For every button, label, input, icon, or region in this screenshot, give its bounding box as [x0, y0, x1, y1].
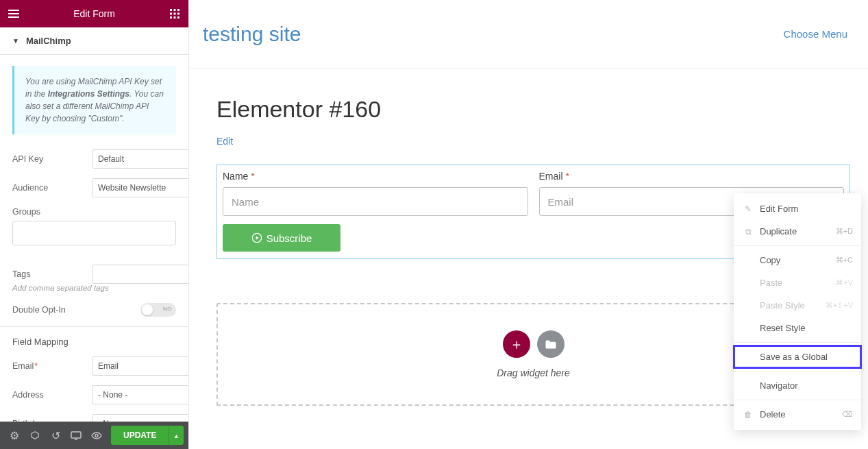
double-optin-toggle[interactable]: NO [140, 303, 176, 317]
ctx-separator [734, 245, 861, 246]
history-icon[interactable]: ↺ [45, 425, 66, 446]
ctx-paste-shortcut: ⌘+V [836, 278, 853, 287]
control-groups: Groups [12, 207, 176, 255]
fm-email-label: Email [12, 361, 92, 371]
name-label: Name* [223, 171, 528, 182]
subscribe-label: Subscribe [266, 232, 312, 244]
template-library-button[interactable] [537, 330, 565, 358]
svg-rect-5 [177, 13, 179, 15]
name-label-text: Name [223, 171, 248, 182]
audience-select[interactable] [92, 178, 188, 197]
revisions-icon[interactable] [25, 425, 45, 446]
svg-rect-2 [177, 9, 179, 11]
control-fm-email: Email [12, 356, 176, 376]
groups-input[interactable] [12, 221, 176, 245]
dropzone-text: Drag widget here [497, 367, 570, 378]
ctx-copy-label: Copy [760, 255, 780, 265]
fm-birthday-select-value[interactable] [92, 414, 188, 422]
ctx-duplicate[interactable]: ⧉ Duplicate ⌘+D [734, 220, 861, 243]
email-label-text: Email [539, 171, 563, 182]
svg-rect-9 [71, 432, 81, 438]
duplicate-icon: ⧉ [742, 227, 754, 236]
ctx-paste: Paste ⌘+V [734, 271, 861, 294]
ctx-edit-form[interactable]: ✎ Edit Form [734, 197, 861, 220]
caret-down-icon: ▼ [12, 37, 19, 45]
trash-icon: 🗑 [742, 410, 754, 420]
menu-icon[interactable] [7, 7, 21, 21]
context-menu: ✎ Edit Form ⧉ Duplicate ⌘+D Copy ⌘+C Pas… [734, 193, 861, 430]
widgets-grid-icon[interactable] [168, 7, 182, 21]
sidebar-header: Edit Form [0, 0, 188, 27]
svg-rect-0 [170, 9, 172, 11]
update-button[interactable]: UPDATE [111, 426, 169, 445]
control-tags: Tags [12, 265, 176, 284]
preview-icon[interactable] [86, 425, 107, 446]
ctx-separator [734, 342, 861, 343]
api-key-label: API Key [12, 154, 92, 164]
section-label: MailChimp [26, 36, 71, 46]
section-header-mailchimp[interactable]: ▼ MailChimp [0, 27, 188, 55]
required-asterisk: * [251, 171, 254, 182]
editor-sidebar: Edit Form ▼ MailChimp You are using Mail… [0, 0, 189, 449]
tags-input[interactable] [92, 265, 188, 284]
fm-address-select[interactable] [92, 385, 188, 404]
email-label: Email* [539, 171, 845, 182]
control-api-key: API Key [12, 149, 176, 169]
info-notice: You are using MailChimp API Key set in t… [12, 66, 176, 134]
pencil-icon: ✎ [742, 204, 754, 214]
svg-rect-6 [170, 16, 172, 19]
sidebar-title: Edit Form [73, 8, 115, 19]
ctx-paste-label: Paste [760, 278, 782, 288]
ctx-reset-style[interactable]: Reset Style [734, 317, 861, 339]
page-title: Elementor #160 [216, 96, 841, 123]
ctx-duplicate-label: Duplicate [760, 226, 797, 236]
audience-select-value[interactable] [92, 178, 188, 197]
svg-point-10 [95, 434, 98, 437]
info-text-bold: Integrations Settings [48, 89, 129, 99]
audience-label: Audience [12, 183, 92, 193]
fm-email-select[interactable] [92, 356, 188, 376]
ctx-save-global-label: Save as a Global [760, 352, 828, 362]
responsive-icon[interactable] [66, 425, 86, 446]
ctx-navigator[interactable]: Navigator [734, 374, 861, 397]
divider [0, 326, 188, 327]
ctx-delete[interactable]: 🗑 Delete ⌫ [734, 403, 861, 426]
ctx-reset-style-label: Reset Style [760, 323, 805, 333]
ctx-separator [734, 400, 861, 400]
ctx-delete-label: Delete [760, 409, 786, 420]
settings-icon[interactable]: ⚙ [4, 425, 25, 446]
sidebar-footer: ⚙ ↺ UPDATE ▴ [0, 422, 188, 449]
control-double-optin: Double Opt-In NO [12, 303, 176, 317]
field-mapping-heading: Field Mapping [12, 337, 176, 347]
send-icon [251, 232, 262, 243]
name-input[interactable] [223, 187, 528, 216]
api-key-select-value[interactable] [92, 149, 188, 169]
section-controls: You are using MailChimp API Key set in t… [0, 55, 188, 422]
control-fm-address: Address [12, 385, 176, 404]
field-name: Name* [217, 165, 534, 224]
fm-birthday-select[interactable] [92, 414, 188, 422]
subscribe-button[interactable]: Subscribe [223, 224, 340, 252]
ctx-copy[interactable]: Copy ⌘+C [734, 249, 861, 271]
ctx-paste-style-shortcut: ⌘+⇧+V [826, 301, 853, 310]
ctx-separator [734, 371, 861, 372]
fm-email-select-value[interactable] [92, 356, 188, 376]
ctx-duplicate-shortcut: ⌘+D [836, 227, 853, 236]
sidebar-body: ▼ MailChimp You are using MailChimp API … [0, 27, 188, 422]
site-header: testing site Choose Menu [189, 0, 868, 69]
fm-address-label: Address [12, 390, 92, 400]
choose-menu-link[interactable]: Choose Menu [784, 28, 847, 40]
svg-rect-1 [174, 9, 176, 11]
add-section-button[interactable]: ＋ [503, 330, 530, 358]
site-title[interactable]: testing site [203, 23, 301, 46]
api-key-select[interactable] [92, 149, 188, 169]
ctx-save-global[interactable]: Save as a Global [734, 345, 861, 368]
dropzone-buttons: ＋ [503, 330, 565, 358]
fm-address-select-value[interactable] [92, 385, 188, 404]
ctx-paste-style-label: Paste Style [760, 300, 805, 311]
update-caret-button[interactable]: ▴ [169, 426, 184, 445]
tags-hint: Add comma separated tags [12, 284, 176, 292]
groups-label: Groups [12, 207, 176, 217]
delete-shortcut-icon: ⌫ [842, 410, 853, 419]
edit-link[interactable]: Edit [216, 136, 233, 147]
